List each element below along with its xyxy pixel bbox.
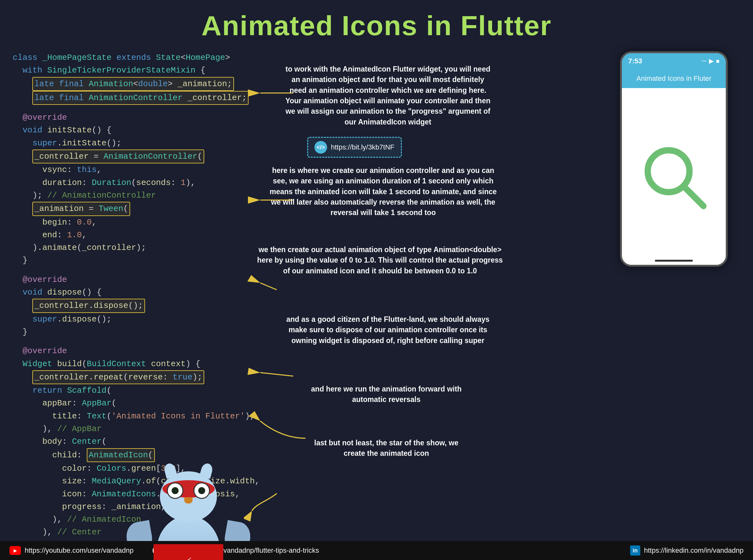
code-line-23: appBar: AppBar( (13, 397, 234, 409)
phone-home-indicator (655, 260, 693, 262)
code-line-21: _controller.repeat(reverse: true); (13, 370, 234, 384)
annotation-4: and as a good citizen of the Flutter-lan… (285, 314, 491, 346)
code-line-8: vsync: this, (13, 163, 234, 176)
code-line-13: end: 1.0, (13, 229, 234, 241)
code-line-10: ); // AnimationController (13, 189, 234, 202)
phone-status-bar: 7:53 ··· ▶ ■ (622, 53, 726, 69)
annotation-3: we then create our actual animation obje… (253, 244, 507, 276)
code-line-20: Widget build(BuildContext context) { (13, 358, 234, 370)
url-badge-top[interactable]: </> https://bit.ly/3kb7tNF (307, 137, 402, 158)
code-line-18: super.dispose(); (13, 313, 234, 326)
code-line-15: } (13, 254, 234, 267)
code-line-24: title: Text('Animated Icons in Flutter')… (13, 410, 234, 422)
linkedin-url: https://linkedin.com/in/vandadnp (644, 546, 744, 555)
url-text-top: https://bit.ly/3kb7tNF (331, 143, 394, 152)
code-line-2: with SingleTickerProviderStateMixin { (13, 64, 234, 77)
code-line-19: } (13, 326, 234, 338)
footer-youtube[interactable]: ▶ https://youtube.com/user/vandadnp (9, 546, 134, 555)
youtube-icon: ▶ (9, 546, 21, 555)
code-line-14: ).animate(_controller); (13, 241, 234, 254)
code-line-22: return Scaffold( (13, 384, 234, 397)
svg-line-3 (684, 187, 704, 206)
annotations-panel: to work with the AnimatedIcon Flutter wi… (244, 48, 614, 560)
phone-mockup: 7:53 ··· ▶ ■ Animated Icons in Fluter (620, 51, 728, 267)
code-line-7: _controller = AnimationController( (13, 149, 234, 163)
code-line-12: begin: 0.0, (13, 216, 234, 229)
footer-linkedin[interactable]: in https://linkedin.com/in/vandadnp (630, 545, 744, 556)
code-icon-2: </> (314, 141, 327, 154)
phone-app-bar: Animated Icons in Fluter (622, 69, 726, 88)
code-line-11: _animation = Tween( (13, 202, 234, 216)
phone-panel: 7:53 ··· ▶ ■ Animated Icons in Fluter (614, 48, 734, 560)
code-line-9: duration: Duration(seconds: 1), (13, 176, 234, 189)
phone-time: 7:53 (628, 57, 642, 65)
search-icon-large (639, 142, 709, 211)
phone-status-icons: ··· ▶ ■ (702, 58, 719, 65)
annotation-6: last but not least, the star of the show… (307, 438, 466, 459)
page-title: Animated Icons in Flutter (0, 0, 753, 48)
code-line-3: late final Animation<double> _animation; (13, 77, 234, 91)
code-override-2: @override (13, 273, 234, 286)
annotation-1: to work with the AnimatedIcon Flutter wi… (285, 64, 491, 127)
code-line-1: class _HomePageState extends State<HomeP… (13, 51, 234, 64)
code-line-25: ), // AppBar (13, 422, 234, 435)
code-line-17: _controller.dispose(); (13, 299, 234, 313)
code-override-3: @override (13, 345, 234, 357)
linkedin-icon: in (630, 545, 640, 556)
code-line-26: body: Center( (13, 435, 234, 448)
phone-body (622, 88, 726, 265)
footer: ▶ https://youtube.com/user/vandadnp http… (0, 541, 753, 560)
code-line-16: void dispose() { (13, 286, 234, 299)
phone-app-title: Animated Icons in Fluter (636, 75, 711, 83)
annotation-2: here is where we create our animation co… (269, 165, 497, 218)
code-line-5: void initState() { (13, 124, 234, 137)
code-line-4: late final AnimationController _controll… (13, 91, 234, 105)
annotation-5: and here we run the animation forward wi… (307, 384, 466, 405)
youtube-url: https://youtube.com/user/vandadnp (25, 546, 134, 555)
code-line-6: super.initState(); (13, 137, 234, 149)
code-override-1: @override (13, 111, 234, 124)
